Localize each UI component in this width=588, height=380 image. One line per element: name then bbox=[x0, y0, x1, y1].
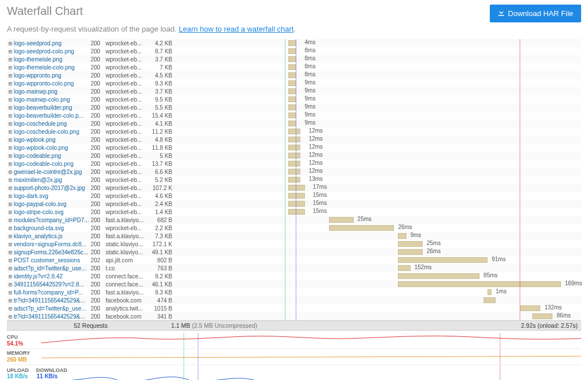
request-row[interactable]: ⊞logo-coschedule-colo.png200wprocket-eb.… bbox=[7, 127, 581, 135]
request-row[interactable]: ⊞logo-seedprod.png200wprocket-eb...4.2 K… bbox=[7, 39, 581, 47]
request-row[interactable]: ⊞logo-stripe-colo.svg200wprocket-eb...1.… bbox=[7, 208, 581, 216]
expand-icon[interactable]: ⊞ bbox=[7, 281, 14, 288]
expand-icon[interactable]: ⊞ bbox=[7, 193, 14, 199]
request-name: logo-wppronto-colo.png bbox=[14, 80, 91, 87]
expand-icon[interactable]: ⊞ bbox=[7, 129, 14, 135]
request-host: wprocket-eb... bbox=[106, 145, 148, 151]
expand-icon[interactable]: ⊞ bbox=[7, 257, 14, 263]
expand-icon[interactable]: ⊞ bbox=[7, 201, 14, 207]
request-row[interactable]: ⊞logo-paypal-colo.svg200wprocket-eb...2.… bbox=[7, 200, 581, 208]
request-row[interactable]: ⊞logo-seedprod-colo.png200wprocket-eb...… bbox=[7, 47, 581, 55]
expand-icon[interactable]: ⊞ bbox=[7, 104, 14, 111]
expand-icon[interactable]: ⊞ bbox=[7, 217, 14, 223]
request-row[interactable]: ⊞logo-wppronto.png200wprocket-eb...4.5 K… bbox=[7, 71, 581, 79]
request-row[interactable]: ⊞background-cta.svg200wprocket-eb...2.2 … bbox=[7, 224, 581, 232]
request-row[interactable]: ⊞logo-themeisle.png200wprocket-eb...3.7 … bbox=[7, 55, 581, 63]
request-row[interactable]: ⊞logo-mainwp-colo.png200wprocket-eb...9.… bbox=[7, 95, 581, 103]
request-row[interactable]: ⊞adsct?p_id=Twitter&p_use...200t.co763 B… bbox=[7, 264, 581, 272]
request-name: vendors~signupForms.dc8... bbox=[14, 241, 91, 247]
expand-icon[interactable]: ⊞ bbox=[7, 121, 14, 127]
request-row[interactable]: ⊞adsct?p_id=Twitter&p_use...200analytics… bbox=[7, 304, 581, 312]
request-row[interactable]: ⊞349111565442529?v=2.8...200connect.face… bbox=[7, 280, 581, 288]
request-row[interactable]: ⊞logo-themeisle-colo.png200wprocket-eb..… bbox=[7, 63, 581, 71]
expand-icon[interactable]: ⊞ bbox=[7, 56, 14, 63]
request-host: wprocket-eb... bbox=[106, 80, 148, 87]
expand-icon[interactable]: ⊞ bbox=[7, 297, 14, 304]
expand-icon[interactable]: ⊞ bbox=[7, 289, 14, 296]
request-timeline: 26ms bbox=[175, 248, 581, 256]
request-size: 1.4 KB bbox=[148, 209, 175, 215]
summary-timing: 2.92s (onload: 2.57s) bbox=[521, 322, 578, 329]
expand-icon[interactable]: ⊞ bbox=[7, 305, 14, 312]
expand-icon[interactable]: ⊞ bbox=[7, 249, 14, 255]
request-row[interactable]: ⊞logo-wppronto-colo.png200wprocket-eb...… bbox=[7, 79, 581, 87]
expand-icon[interactable]: ⊞ bbox=[7, 273, 14, 280]
expand-icon[interactable]: ⊞ bbox=[7, 113, 14, 119]
request-name: support-photo-2017@2x.jpg bbox=[14, 185, 91, 191]
request-status: 200 bbox=[91, 305, 106, 312]
request-row[interactable]: ⊞logo-codeable.png200wprocket-eb...5 KB1… bbox=[7, 152, 581, 160]
expand-icon[interactable]: ⊞ bbox=[7, 48, 14, 55]
request-row[interactable]: ⊞logo-beaverbuilder-colo.p...200wprocket… bbox=[7, 111, 581, 119]
expand-icon[interactable]: ⊞ bbox=[7, 40, 14, 46]
timing-label: 91ms bbox=[492, 256, 505, 262]
request-host: wprocket-eb... bbox=[106, 161, 148, 167]
expand-icon[interactable]: ⊞ bbox=[7, 145, 14, 151]
request-timeline: 85ms bbox=[175, 272, 581, 280]
expand-icon[interactable]: ⊞ bbox=[7, 137, 14, 143]
page-subtitle: A request-by-request visualization of th… bbox=[0, 25, 588, 39]
expand-icon[interactable]: ⊞ bbox=[7, 177, 14, 183]
request-row[interactable]: ⊞modules?company_id=PD7...200fast.a.klav… bbox=[7, 216, 581, 224]
request-row[interactable]: ⊞full-forms?company_id=P...200fast.a.kla… bbox=[7, 288, 581, 296]
learn-waterfall-link[interactable]: Learn how to read a waterfall chart bbox=[179, 25, 293, 33]
expand-icon[interactable]: ⊞ bbox=[7, 169, 14, 175]
download-har-button[interactable]: Download HAR File bbox=[490, 5, 581, 22]
request-row[interactable]: ⊞logo-dark.svg200wprocket-eb...4.6 KB15m… bbox=[7, 192, 581, 200]
timing-label: 132ms bbox=[544, 304, 562, 311]
request-row[interactable]: ⊞vendors~signupForms.dc8...200static.kla… bbox=[7, 240, 581, 248]
request-row[interactable]: ⊞identity.js?v=2.8.42200connect.face...9… bbox=[7, 272, 581, 280]
request-row[interactable]: ⊞logo-wplook-colo.png200wprocket-eb...11… bbox=[7, 144, 581, 152]
request-row[interactable]: ⊞tr?id=349111565442529&...200facebook.co… bbox=[7, 296, 581, 304]
request-row[interactable]: ⊞logo-coschedule.png200wprocket-eb...4.1… bbox=[7, 119, 581, 127]
download-icon bbox=[498, 9, 505, 18]
request-name: logo-wplook-colo.png bbox=[14, 145, 91, 151]
request-row[interactable]: ⊞klaviyo_analytics.js200fast.a.klaviyo..… bbox=[7, 232, 581, 240]
request-name: klaviyo_analytics.js bbox=[14, 233, 91, 239]
expand-icon[interactable]: ⊞ bbox=[7, 241, 14, 247]
request-row[interactable]: ⊞logo-beaverbuilder.png200wprocket-eb...… bbox=[7, 103, 581, 111]
request-size: 3.7 KB bbox=[148, 88, 175, 95]
expand-icon[interactable]: ⊞ bbox=[7, 313, 14, 320]
expand-icon[interactable]: ⊞ bbox=[7, 225, 14, 231]
expand-icon[interactable]: ⊞ bbox=[7, 88, 14, 95]
request-row[interactable]: ⊞support-photo-2017@2x.jpg200wprocket-eb… bbox=[7, 184, 581, 192]
expand-icon[interactable]: ⊞ bbox=[7, 72, 14, 79]
expand-icon[interactable]: ⊞ bbox=[7, 64, 14, 71]
request-row[interactable]: ⊞gwenael-le-cointre@2x.jpg200wprocket-eb… bbox=[7, 168, 581, 176]
expand-icon[interactable]: ⊞ bbox=[7, 233, 14, 239]
request-size: 107.2 K bbox=[148, 185, 175, 191]
request-row[interactable]: ⊞tr?id=349111565442529&...200facebook.co… bbox=[7, 312, 581, 320]
request-row[interactable]: ⊞signupForms.226e34e826c...200static.kla… bbox=[7, 248, 581, 256]
expand-icon[interactable]: ⊞ bbox=[7, 161, 14, 167]
request-host: wprocket-eb... bbox=[106, 169, 148, 175]
expand-icon[interactable]: ⊞ bbox=[7, 153, 14, 159]
request-row[interactable]: ⊞logo-wplook.png200wprocket-eb...4.8 KB1… bbox=[7, 135, 581, 144]
request-row[interactable]: ⊞maximilien@2x.jpg200wprocket-eb...5.2 K… bbox=[7, 176, 581, 184]
timing-bar bbox=[288, 209, 304, 215]
expand-icon[interactable]: ⊞ bbox=[7, 80, 14, 87]
request-timeline: 17ms bbox=[175, 184, 581, 192]
request-name: logo-codeable.png bbox=[14, 153, 91, 159]
request-size: 15.4 KB bbox=[148, 113, 175, 119]
request-row[interactable]: ⊞logo-mainwp.png200wprocket-eb...3.7 KB9… bbox=[7, 87, 581, 95]
expand-icon[interactable]: ⊞ bbox=[7, 185, 14, 191]
expand-icon[interactable]: ⊞ bbox=[7, 209, 14, 215]
download-har-label: Download HAR File bbox=[508, 9, 573, 18]
expand-icon[interactable]: ⊞ bbox=[7, 96, 14, 103]
request-row[interactable]: ⊞POST customer_sessions202api.jilt.com80… bbox=[7, 256, 581, 264]
timing-label: 8ms bbox=[305, 63, 316, 69]
request-row[interactable]: ⊞logo-codeable-colo.png200wprocket-eb...… bbox=[7, 160, 581, 168]
expand-icon[interactable]: ⊞ bbox=[7, 265, 14, 272]
memory-metric: MEMORY 260 MB bbox=[7, 349, 581, 365]
waterfall-table: ⊞logo-seedprod.png200wprocket-eb...4.2 K… bbox=[0, 39, 588, 320]
